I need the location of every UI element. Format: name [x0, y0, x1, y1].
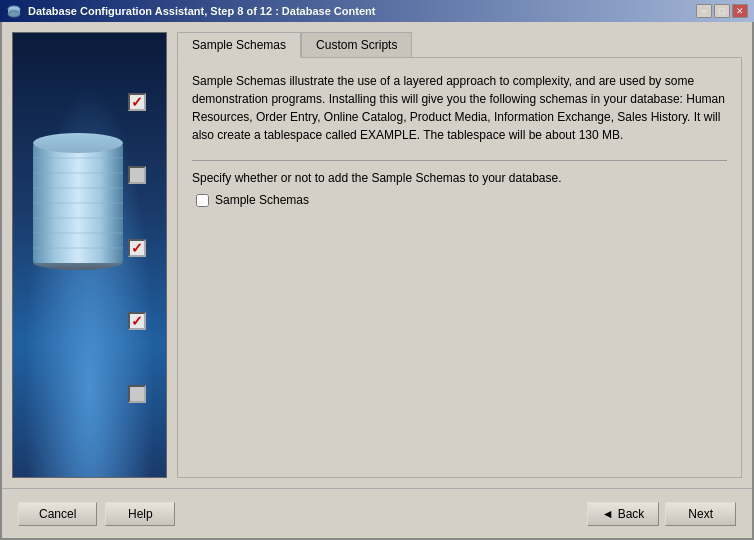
app-icon: [6, 3, 22, 19]
cylinder-body: [33, 143, 123, 263]
description-text: Sample Schemas illustrate the use of a l…: [192, 72, 727, 144]
bottom-bar: Cancel Help ◄ Back Next: [2, 488, 752, 538]
close-button[interactable]: ✕: [732, 4, 748, 18]
cylinder-top: [33, 133, 123, 153]
content-area: Sample Schemas Custom Scripts Sample Sch…: [2, 22, 752, 488]
bottom-right-buttons: ◄ Back Next: [587, 502, 736, 526]
svg-point-2: [8, 11, 20, 17]
sample-schemas-checkbox-row: Sample Schemas: [196, 193, 727, 207]
next-button[interactable]: Next: [665, 502, 736, 526]
left-checkbox-5: [128, 385, 146, 403]
help-button[interactable]: Help: [105, 502, 175, 526]
tab-custom-scripts[interactable]: Custom Scripts: [301, 32, 412, 57]
bottom-left-buttons: Cancel Help: [18, 502, 175, 526]
left-checkboxes: [128, 93, 146, 403]
left-checkbox-1: [128, 93, 146, 111]
window-controls: − □ ✕: [696, 4, 748, 18]
tab-bar: Sample Schemas Custom Scripts: [177, 32, 742, 57]
sample-schemas-checkbox-label[interactable]: Sample Schemas: [215, 193, 309, 207]
specify-text: Specify whether or not to add the Sample…: [192, 171, 727, 185]
tab-sample-schemas[interactable]: Sample Schemas: [177, 32, 301, 58]
right-panel: Sample Schemas Custom Scripts Sample Sch…: [177, 32, 742, 478]
main-window: Sample Schemas Custom Scripts Sample Sch…: [0, 22, 754, 540]
window-title: Database Configuration Assistant, Step 8…: [28, 5, 375, 17]
maximize-button[interactable]: □: [714, 4, 730, 18]
left-checkbox-3: [128, 239, 146, 257]
minimize-button[interactable]: −: [696, 4, 712, 18]
title-bar: Database Configuration Assistant, Step 8…: [0, 0, 754, 22]
tab-content-sample-schemas: Sample Schemas illustrate the use of a l…: [177, 57, 742, 478]
database-image: [33, 133, 123, 270]
divider: [192, 160, 727, 161]
back-arrow-icon: ◄: [602, 507, 614, 521]
back-button[interactable]: ◄ Back: [587, 502, 660, 526]
left-panel: [12, 32, 167, 478]
sample-schemas-checkbox[interactable]: [196, 194, 209, 207]
left-checkbox-2: [128, 166, 146, 184]
cancel-button[interactable]: Cancel: [18, 502, 97, 526]
left-checkbox-4: [128, 312, 146, 330]
